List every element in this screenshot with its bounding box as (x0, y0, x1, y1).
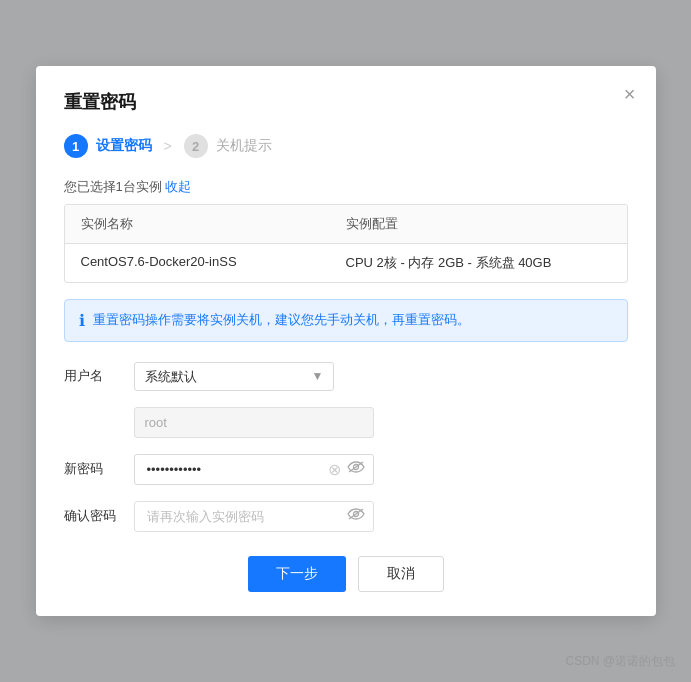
instance-name: CentOS7.6-Docker20-inSS (81, 254, 346, 272)
info-box: ℹ 重置密码操作需要将实例关机，建议您先手动关机，再重置密码。 (64, 299, 628, 342)
col-header-config: 实例配置 (346, 215, 611, 233)
reset-password-dialog: 重置密码 × 1 设置密码 > 2 关机提示 您已选择1台实例 收起 实例名称 … (36, 66, 656, 616)
confirm-password-control (134, 501, 414, 532)
watermark: CSDN @诺诺的包包 (565, 653, 675, 670)
confirm-password-input[interactable] (143, 502, 347, 531)
table-header: 实例名称 实例配置 (65, 205, 627, 244)
username-display-control (134, 407, 414, 438)
confirm-password-row: 确认密码 (64, 501, 628, 532)
confirm-wrapper (134, 501, 374, 532)
username-select[interactable]: 系统默认 root ubuntu (134, 362, 334, 391)
clear-password-icon[interactable]: ⊗ (328, 460, 341, 479)
toggle-password-icon[interactable] (347, 460, 365, 478)
step-arrow: > (164, 138, 172, 154)
dialog-footer: 下一步 取消 (64, 556, 628, 592)
close-button[interactable]: × (624, 84, 636, 104)
username-select-wrapper: 系统默认 root ubuntu ▼ (134, 362, 334, 391)
new-password-label: 新密码 (64, 460, 134, 478)
info-icon: ℹ (79, 311, 85, 330)
password-wrapper: ⊗ (134, 454, 374, 485)
instance-table: 实例名称 实例配置 CentOS7.6-Docker20-inSS CPU 2核… (64, 204, 628, 283)
instance-config: CPU 2核 - 内存 2GB - 系统盘 40GB (346, 254, 611, 272)
step-2: 2 关机提示 (184, 134, 272, 158)
step-2-label: 关机提示 (216, 137, 272, 155)
col-header-name: 实例名称 (81, 215, 346, 233)
dialog-overlay: 重置密码 × 1 设置密码 > 2 关机提示 您已选择1台实例 收起 实例名称 … (0, 0, 691, 682)
username-control: 系统默认 root ubuntu ▼ (134, 362, 414, 391)
new-password-row: 新密码 ⊗ (64, 454, 628, 485)
step-1-label: 设置密码 (96, 137, 152, 155)
toggle-confirm-password-icon[interactable] (347, 507, 365, 525)
username-row: 用户名 系统默认 root ubuntu ▼ (64, 362, 628, 391)
next-button[interactable]: 下一步 (248, 556, 346, 592)
confirm-password-label: 确认密码 (64, 507, 134, 525)
step-2-circle: 2 (184, 134, 208, 158)
dialog-title: 重置密码 (64, 90, 628, 114)
new-password-input[interactable] (143, 455, 328, 484)
collapse-link[interactable]: 收起 (165, 179, 191, 194)
table-row: CentOS7.6-Docker20-inSS CPU 2核 - 内存 2GB … (65, 244, 627, 282)
username-display-row (64, 407, 628, 438)
cancel-button[interactable]: 取消 (358, 556, 444, 592)
username-label: 用户名 (64, 367, 134, 385)
steps-container: 1 设置密码 > 2 关机提示 (64, 134, 628, 158)
info-message: 重置密码操作需要将实例关机，建议您先手动关机，再重置密码。 (93, 310, 470, 331)
step-1: 1 设置密码 (64, 134, 152, 158)
password-icons: ⊗ (328, 460, 365, 479)
username-display-input[interactable] (134, 407, 374, 438)
instance-count-text: 您已选择1台实例 收起 (64, 178, 628, 196)
step-1-circle: 1 (64, 134, 88, 158)
new-password-control: ⊗ (134, 454, 414, 485)
